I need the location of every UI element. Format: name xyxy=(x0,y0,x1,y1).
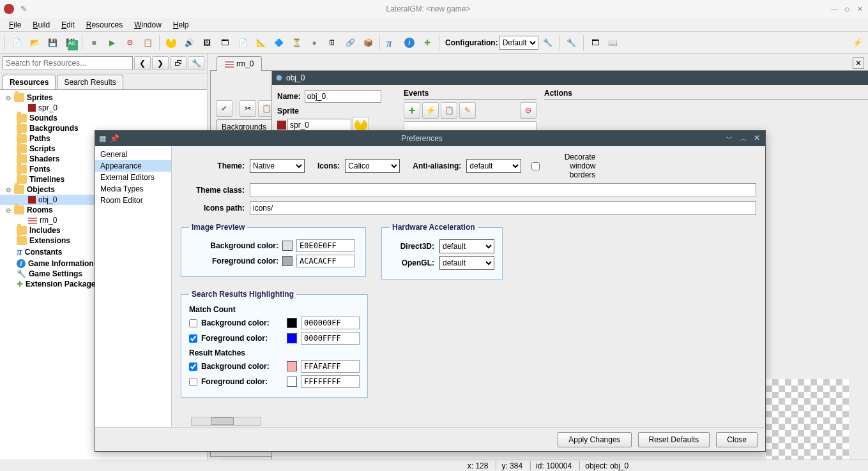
gameinfo-icon[interactable]: i xyxy=(401,34,418,51)
constants-icon[interactable]: π xyxy=(383,34,400,51)
close-button[interactable]: Close xyxy=(716,432,758,447)
rm-fg-input[interactable] xyxy=(301,375,360,388)
decorate-checkbox-label[interactable]: Decorate window borders xyxy=(531,153,595,179)
menu-build[interactable]: Build xyxy=(27,19,55,31)
pref-nav-external[interactable]: External Editors xyxy=(95,172,171,183)
maximize-icon[interactable]: ◇ xyxy=(842,4,851,13)
pref-close-icon[interactable]: ✕ xyxy=(754,133,760,144)
pref-app-icon: ▦ xyxy=(99,134,106,143)
minimize-icon[interactable]: — xyxy=(830,4,839,13)
apply-button[interactable]: Apply Changes xyxy=(558,432,631,447)
theme-select[interactable]: Native xyxy=(250,159,305,173)
mc-bg-swatch[interactable] xyxy=(287,318,297,328)
obj-titlebar[interactable]: obj_0 ⇲ ⤢ ✕ xyxy=(272,71,868,85)
pref-nav-media[interactable]: Media Types xyxy=(95,183,171,195)
icons-select[interactable]: Calico xyxy=(345,159,400,173)
object-icon[interactable]: ● xyxy=(306,34,323,51)
sprite-icon[interactable] xyxy=(163,34,179,51)
ip-bg-swatch[interactable] xyxy=(282,241,293,251)
next-button[interactable]: ❯ xyxy=(152,56,169,70)
tab-resources[interactable]: Resources xyxy=(3,75,56,89)
ip-fg-swatch[interactable] xyxy=(282,256,293,266)
search-opt1-icon[interactable]: 🗗 xyxy=(170,56,187,70)
bolt-icon[interactable]: ⚡ xyxy=(849,34,865,51)
prev-button[interactable]: ❮ xyxy=(134,56,151,70)
room-icon[interactable]: 🗓 xyxy=(324,34,340,51)
reset-button[interactable]: Reset Defaults xyxy=(638,432,710,447)
settings-icon[interactable]: 🔧 xyxy=(563,34,580,51)
sound-icon[interactable]: 🔊 xyxy=(181,34,197,51)
pref-nav-appearance[interactable]: Appearance xyxy=(95,160,171,172)
mc-fg-input[interactable] xyxy=(301,332,360,345)
mc-bg-input[interactable] xyxy=(301,317,360,329)
script-icon[interactable]: 📄 xyxy=(234,34,251,51)
menu-edit[interactable]: Edit xyxy=(56,19,80,31)
debug-icon[interactable]: ⚙ xyxy=(121,34,138,51)
decorate-checkbox[interactable] xyxy=(531,162,540,170)
config-select[interactable]: Default xyxy=(499,36,538,50)
rm-bg-swatch[interactable] xyxy=(287,361,297,371)
obj-sprite-input[interactable] xyxy=(287,119,351,131)
background-icon[interactable]: 🖼 xyxy=(199,34,215,51)
event-add-icon[interactable]: + xyxy=(404,102,420,119)
shader-icon[interactable]: 🔷 xyxy=(270,34,287,51)
rm-fg-swatch[interactable] xyxy=(287,377,297,387)
pref-min-icon[interactable]: ﹀ xyxy=(726,133,733,144)
hw-legend: Hardware Acceleration xyxy=(390,223,478,232)
path-icon[interactable]: 📐 xyxy=(252,34,269,51)
event-del-icon[interactable]: ⊖ xyxy=(520,102,537,119)
mc-fg-check[interactable] xyxy=(189,334,197,343)
accept-icon[interactable]: ✔ xyxy=(216,100,232,117)
event-edit-icon[interactable]: ✎ xyxy=(459,102,476,119)
mdi-close-icon[interactable]: ✕ xyxy=(853,57,864,69)
search-input[interactable] xyxy=(3,56,133,70)
tab-search-results[interactable]: Search Results xyxy=(57,75,123,89)
rm-fg-check[interactable] xyxy=(189,378,197,386)
extension-icon[interactable]: ✚ xyxy=(419,34,436,51)
stop-icon[interactable]: ■ xyxy=(86,34,102,51)
pref-titlebar[interactable]: ▦ 📌 Preferences ﹀ ︿ ✕ xyxy=(95,131,765,146)
icons-path-input[interactable] xyxy=(250,201,756,215)
pref-nav-room[interactable]: Room Editor xyxy=(95,195,171,206)
search-opt2-icon[interactable]: 🔧 xyxy=(188,56,204,70)
help-icon[interactable]: 📖 xyxy=(605,34,621,51)
ogl-select[interactable]: default xyxy=(439,256,494,270)
doc-tab-rm0[interactable]: rm_0 xyxy=(217,56,262,71)
timeline-icon[interactable]: ⏳ xyxy=(288,34,305,51)
compile-icon[interactable]: 📋 xyxy=(139,34,156,51)
pref-max-icon[interactable]: ︿ xyxy=(740,133,747,144)
room-canvas[interactable] xyxy=(766,379,849,471)
nav-scrollbar[interactable] xyxy=(191,417,261,426)
ip-bg-input[interactable] xyxy=(296,239,355,252)
ip-fg-input[interactable] xyxy=(296,255,355,267)
window-icon[interactable]: 🗔 xyxy=(587,34,604,51)
menu-window[interactable]: Window xyxy=(129,19,167,31)
mc-fg-swatch[interactable] xyxy=(287,333,297,343)
menu-file[interactable]: File xyxy=(4,19,26,31)
obj-name-input[interactable] xyxy=(305,90,381,103)
rm-bg-check[interactable] xyxy=(189,363,197,371)
save-icon[interactable]: 💾 xyxy=(44,34,61,51)
event-bolt-icon[interactable]: ⚡ xyxy=(422,102,439,119)
event-copy-icon[interactable]: 📋 xyxy=(441,102,457,119)
config-settings-icon[interactable]: 🔧 xyxy=(540,34,556,51)
mc-bg-check[interactable] xyxy=(189,319,197,327)
include-icon[interactable]: 📦 xyxy=(360,34,376,51)
new-icon[interactable]: 📄 xyxy=(8,34,25,51)
close-icon[interactable]: ✕ xyxy=(855,4,864,13)
cut-icon[interactable]: ✂ xyxy=(240,100,256,117)
pin-icon[interactable]: ✎ xyxy=(20,4,27,13)
theme-class-input[interactable] xyxy=(250,183,756,197)
menu-help[interactable]: Help xyxy=(168,19,194,31)
pref-nav-general[interactable]: General xyxy=(95,149,171,160)
aa-select[interactable]: default xyxy=(466,159,521,173)
saveas-icon[interactable]: 💾AS xyxy=(62,34,79,51)
open-icon[interactable]: 📂 xyxy=(26,34,43,51)
rm-bg-input[interactable] xyxy=(301,360,360,373)
font-icon[interactable]: 🔗 xyxy=(342,34,358,51)
bg2-icon[interactable]: 🗔 xyxy=(217,34,233,51)
run-icon[interactable]: ▶ xyxy=(103,34,120,51)
d3d-select[interactable]: default xyxy=(439,239,494,253)
pref-pin-icon[interactable]: 📌 xyxy=(110,134,119,143)
menu-resources[interactable]: Resources xyxy=(81,19,128,31)
